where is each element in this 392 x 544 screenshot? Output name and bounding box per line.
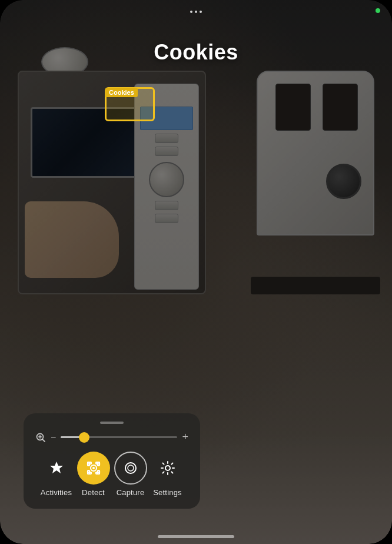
star-icon xyxy=(48,460,65,476)
bbox-label: Cookies xyxy=(105,88,138,97)
zoom-row: − + xyxy=(33,431,191,443)
settings-button[interactable]: Settings xyxy=(151,452,184,497)
detect-button[interactable]: Detect xyxy=(77,452,110,497)
capture-icon xyxy=(122,460,139,476)
activities-label: Activities xyxy=(41,488,72,497)
svg-point-14 xyxy=(92,467,95,469)
detect-icon-wrap xyxy=(77,452,110,485)
activities-button[interactable]: Activities xyxy=(40,452,73,497)
home-indicator xyxy=(158,535,234,538)
svg-point-16 xyxy=(128,465,134,471)
settings-label: Settings xyxy=(153,488,182,497)
detect-label: Detect xyxy=(82,488,105,497)
bounding-box: Cookies xyxy=(105,87,155,121)
detect-icon xyxy=(85,459,102,477)
gear-icon xyxy=(160,460,176,476)
zoom-icon xyxy=(35,432,46,443)
settings-icon-wrap xyxy=(151,452,184,485)
capture-button[interactable]: Capture xyxy=(114,452,147,497)
activities-icon-wrap xyxy=(40,452,73,485)
svg-line-1 xyxy=(43,439,45,442)
dot-3 xyxy=(200,11,202,13)
zoom-thumb[interactable] xyxy=(79,432,89,443)
svg-point-15 xyxy=(125,463,136,473)
capture-label: Capture xyxy=(117,488,145,497)
dot-2 xyxy=(195,11,197,13)
detection-title: Cookies xyxy=(154,40,238,65)
green-indicator xyxy=(376,8,380,13)
toolbar-buttons: Activities xyxy=(33,452,191,497)
zoom-minus-icon: − xyxy=(51,432,56,443)
bottom-panel: − + Activities xyxy=(24,413,200,509)
drag-handle xyxy=(100,422,124,424)
app-container: Cookies Cookies − + xyxy=(0,0,392,544)
svg-point-17 xyxy=(165,466,170,470)
zoom-slider-track[interactable] xyxy=(61,436,177,438)
svg-marker-4 xyxy=(50,462,63,473)
zoom-plus-icon: + xyxy=(182,431,188,443)
three-dots xyxy=(190,11,202,13)
capture-icon-wrap xyxy=(114,452,147,485)
status-bar xyxy=(0,0,392,24)
detection-label: Cookies xyxy=(154,40,238,65)
dot-1 xyxy=(190,11,192,13)
